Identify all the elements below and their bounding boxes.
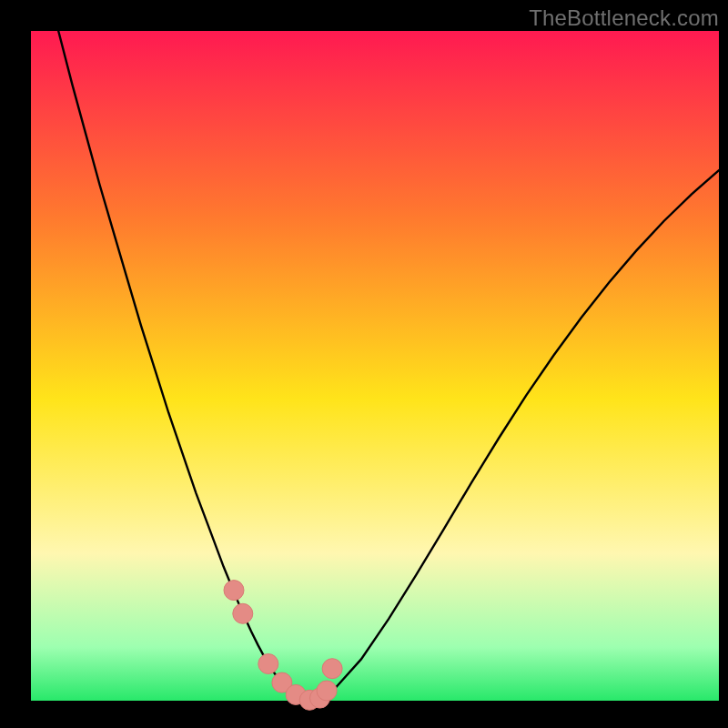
plot-background [31, 31, 719, 701]
marker-dot [322, 659, 342, 679]
marker-dot [258, 654, 278, 674]
watermark-text: TheBottleneck.com [529, 5, 719, 31]
marker-dot [224, 581, 244, 601]
marker-dot [317, 681, 337, 701]
marker-dot [233, 603, 253, 623]
chart-svg [0, 0, 728, 728]
chart-stage: TheBottleneck.com [0, 0, 728, 728]
